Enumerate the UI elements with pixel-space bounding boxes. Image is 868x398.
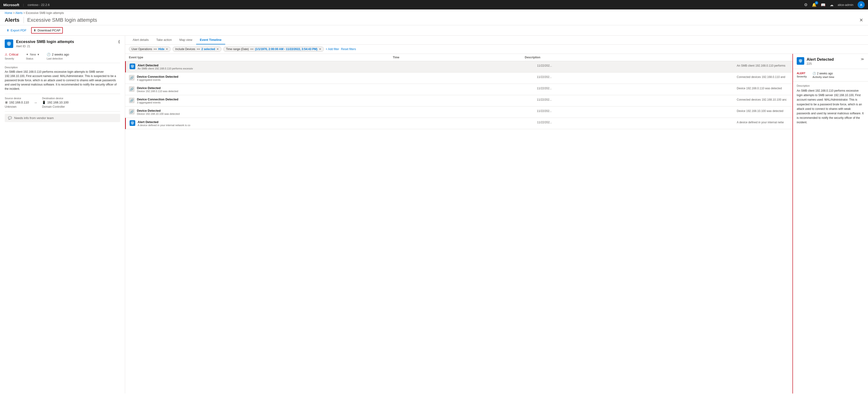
svg-text:!: ! [132,65,133,68]
tab-take-action[interactable]: Take action [153,36,176,45]
filter-devices-close[interactable]: ✕ [216,48,219,51]
dest-type: Domain Controller [42,105,68,108]
detail-activity-label: Activity start time [812,76,834,78]
close-button[interactable]: ✕ [859,17,863,23]
detail-expand-button[interactable]: ≫ [861,57,864,61]
tab-map-view[interactable]: Map view [176,36,196,45]
last-detection-meta: 🕐 2 weeks ago Last detection [47,53,69,60]
dest-device: Destination device 📱 192.168.10.100 Doma… [42,97,68,108]
collapse-button[interactable]: ⟪ [118,39,120,44]
export-pdf-button[interactable]: ⬇ Export PDF [5,28,28,33]
event-type-name-3: Device Detected [137,86,537,90]
notification-badge: 0 [815,1,818,4]
event-row-4[interactable]: 🔗 Device Connection Detected 3 aggregate… [125,95,793,107]
event-time-3: 11/22/202... [537,86,737,93]
svg-text:!: ! [800,60,801,62]
breadcrumb-alerts[interactable]: Alerts [16,11,23,15]
tabs: Alert details Take action Map view Event… [125,36,868,45]
topbar: Microsoft | contoso - 22.2.6 ⚙ 🔔 0 📖 ☁ a… [0,0,868,9]
filter-chip-devices[interactable]: Include Devices == 2 selected ✕ [173,47,221,52]
breadcrumb-home[interactable]: Home [5,11,12,15]
page-header: Alerts Excessive SMB login attempts ✕ [0,16,868,25]
event-row-5[interactable]: 🔗 Device Detected Device 192.168.10.100 … [125,107,793,118]
filter-chip-user-ops[interactable]: User Operations == Hide ✕ [129,47,171,52]
event-type-col-2: Device Connection Detected 4 aggregated … [137,75,537,81]
event-type-col-1: Alert Detected An SMB client 192.168.0.1… [137,63,537,70]
description-label: Description [5,66,120,69]
alert-meta: ⚠ Critical Severity ✦ New ▾ Status [5,50,120,63]
event-type-sub-6: A device defined in your internal networ… [137,124,537,126]
detail-clock-icon: 🕐 [812,72,816,75]
monitor-icon: 🖥 [5,101,8,104]
username-label: alice-admin [838,3,854,7]
alert-title: Excessive SMB login attempts [16,39,115,44]
filter-chip-time[interactable]: Time range (Date) == (1/1/1970, 2:00:00 … [223,47,323,52]
comment-box[interactable]: 💬 Needs info from vendor team [5,114,120,122]
detail-title: Alert Detected [807,57,858,62]
book-icon[interactable]: 📖 [821,3,826,7]
add-filter-button[interactable]: + Add filter [326,48,339,51]
breadcrumb: Home > Alerts > Excessive SMB login atte… [0,9,868,16]
filter-user-ops-close[interactable]: ✕ [166,48,168,51]
event-row-5-inner: 🔗 Device Detected Device 192.168.10.100 … [129,109,789,115]
comment-icon: 💬 [8,116,12,120]
dest-ip: 📱 192.168.10.100 [42,101,68,104]
reset-filters-button[interactable]: Reset filters [341,48,356,51]
filter-time-op: == [250,48,253,51]
event-type-col-4: Device Connection Detected 3 aggregated … [137,97,537,104]
event-type-name-5: Device Detected [137,109,537,112]
app-name-label: contoso - 22.2.6 [28,3,50,7]
warning-icon: ⚠ [5,53,7,56]
source-device: Source device 🖥 192.168.0.110 Unknown [5,97,29,108]
event-row-6-inner: ! Alert Detected A device defined in you… [130,120,789,126]
download-pcap-icon: ⬇ [33,29,36,32]
filter-devices-value: 2 selected [202,48,215,51]
status-icon: ✦ [26,53,29,56]
detail-severity-label: ALERT [797,72,807,75]
event-row-6[interactable]: ! Alert Detected A device defined in you… [125,118,793,129]
right-panel: Alert details Take action Map view Event… [125,36,868,394]
severity-value: ⚠ Critical [5,53,19,56]
col-header-desc: Description [525,56,789,59]
tab-event-timeline[interactable]: Event Timeline [196,36,225,45]
notification-icon[interactable]: 🔔 0 [812,3,816,7]
event-type-sub-1: An SMB client 192.168.0.110 performs exc… [137,67,537,70]
download-pcap-button[interactable]: ⬇ Download PCAP [31,27,63,33]
clock-icon: 🕐 [47,53,51,56]
export-pdf-label: Export PDF [11,29,26,32]
last-detection-value: 🕐 2 weeks ago [47,53,69,56]
event-row-3[interactable]: 🔗 Device Detected Device 192.168.0.110 w… [125,84,793,95]
event-row-2[interactable]: 🔗 Device Connection Detected 4 aggregate… [125,73,793,84]
avatar[interactable]: A [858,1,865,8]
detail-title-area: Alert Detected 225 [807,57,858,65]
event-row-1[interactable]: ! Alert Detected An SMB client 192.168.0… [125,61,793,73]
left-panel: ! Excessive SMB login attempts Alert ID:… [0,36,125,394]
detail-severity-item: ALERT Severity [797,72,807,78]
cloud-icon[interactable]: ☁ [830,3,834,7]
filter-user-ops-op: == [153,48,157,51]
alert-title-area: Excessive SMB login attempts Alert ID: 2… [16,39,115,48]
comment-text: Needs info from vendor team [14,116,54,120]
event-type-sub-5: Device 192.168.10.100 was detected [137,112,537,115]
event-time-4: 11/22/202... [537,97,737,104]
alert-id: Alert ID: 21 [16,45,115,48]
event-table-header: Event type Time Description [125,54,793,61]
event-time-2: 11/22/202... [537,75,737,81]
tab-alert-details[interactable]: Alert details [129,36,153,45]
event-desc-4: Connected devices 192.168.10.100 anc [737,97,789,104]
status-dropdown-icon[interactable]: ▾ [37,53,39,56]
detail-activity-value: 🕐 2 weeks ago [812,72,834,75]
event-row-4-inner: 🔗 Device Connection Detected 3 aggregate… [129,97,789,104]
detail-severity-sublabel: Severity [797,75,807,78]
event-icon-1: ! [130,63,135,69]
settings-icon[interactable]: ⚙ [804,2,808,7]
filter-user-ops-label: User Operations [131,48,152,51]
alert-card-header: ! Excessive SMB login attempts Alert ID:… [5,39,120,48]
filter-time-close[interactable]: ✕ [319,48,321,51]
filter-time-label: Time range (Date) [226,48,249,51]
last-detection-label: Last detection [47,57,69,60]
status-label: Status [26,57,39,60]
devices-section: Source device 🖥 192.168.0.110 Unknown → … [5,94,120,112]
source-type: Unknown [5,105,29,108]
event-desc-6: A device defined in your internal netw [737,120,789,126]
